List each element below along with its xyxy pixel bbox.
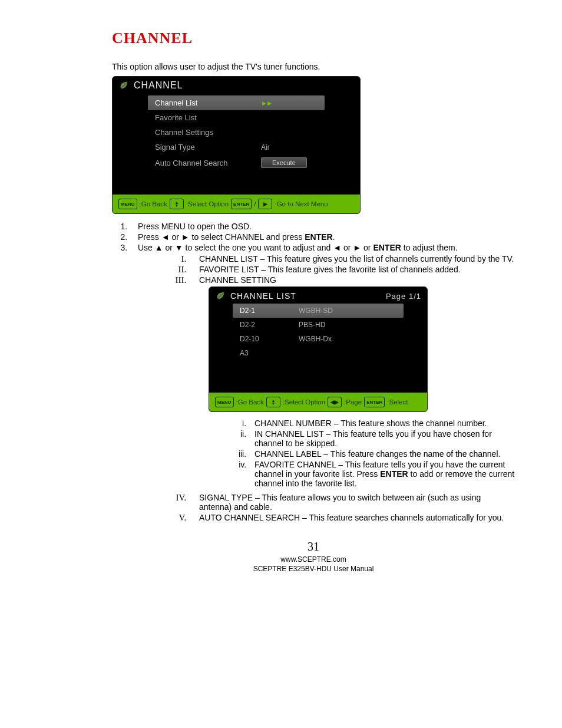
step-2: Press ◄ or ► to select CHANNEL and press… [130, 232, 515, 242]
osd-channel-list: CHANNEL LIST Page 1/1 D2-1 WGBH-SD D2-2 … [209, 286, 428, 412]
menu-label: Favorite List [155, 113, 261, 122]
lroman-3: CHANNEL LABEL – This feature changes the… [249, 449, 515, 459]
roman-sublist-cont: SIGNAL TYPE – This feature allows you to… [189, 492, 515, 523]
enter-key-icon: ENTER [364, 397, 385, 407]
osd-title: CHANNEL LIST [230, 291, 296, 301]
leaf-icon [215, 291, 226, 301]
step-text: . [333, 232, 335, 242]
menu-label: Channel Settings [155, 128, 261, 137]
osd-body: Channel List ►► Favorite List Channel Se… [113, 93, 360, 195]
menu-item-auto-channel-search[interactable]: Auto Channel Search Execute [148, 154, 360, 171]
channel-number: D2-1 [240, 307, 299, 315]
page-number: 31 [112, 539, 515, 555]
lroman-2: IN CHANNEL LIST – This feature tells you… [249, 429, 515, 449]
intro-text: This option allows user to adjust the TV… [112, 62, 515, 71]
osd-footer: MENU :Go Back ▲▼ :Select Option ENTER/▶ … [113, 195, 360, 213]
osd-header: CHANNEL [113, 77, 360, 93]
menu-label: Channel List [155, 98, 261, 107]
channel-row[interactable]: D2-2 PBS-HD [233, 318, 404, 332]
lower-roman-sublist: CHANNEL NUMBER – This feature shows the … [249, 418, 515, 489]
channel-row[interactable]: A3 [233, 346, 404, 360]
forward-arrows-icon: ►► [261, 100, 272, 107]
leftright-key-icon: ◀▶ [328, 397, 342, 407]
menu-label: Signal Type [155, 143, 261, 151]
hint-page: :Page [344, 398, 362, 406]
roman-sublist: CHANNEL LIST – This feature gives you th… [189, 253, 515, 285]
hint-go-back: :Go Back [140, 200, 167, 207]
osd-footer: MENU :Go Back ▲▼ :Select Option ◀▶ :Page… [209, 393, 427, 411]
instruction-steps: Press MENU to open the OSD. Press ◄ or ►… [130, 221, 515, 523]
footer-line-1: www.SCEPTRE.com [112, 555, 515, 564]
updown-key-icon: ▲▼ [266, 397, 280, 407]
page-title: CHANNEL [112, 29, 515, 47]
page-footer: 31 www.SCEPTRE.com SCEPTRE E325BV-HDU Us… [112, 539, 515, 574]
menu-value: Air [261, 143, 270, 151]
roman-1: CHANNEL LIST – This feature gives you th… [189, 253, 515, 264]
channel-number: D2-2 [240, 321, 299, 329]
enter-key-icon: ENTER [231, 199, 252, 209]
step-text: Use ▲ or ▼ to select the one you want to… [138, 243, 373, 252]
leaf-icon [118, 80, 129, 91]
hint-select-option: :Select Option [186, 200, 229, 207]
step-bold: ENTER [373, 243, 401, 252]
osd-title: CHANNEL [134, 80, 183, 91]
execute-button[interactable]: Execute [261, 157, 307, 168]
channel-row[interactable]: D2-1 WGBH-SD [233, 304, 404, 318]
hint-select: :Select [387, 398, 408, 406]
menu-item-favorite-list[interactable]: Favorite List [148, 110, 360, 125]
hint-go-back: :Go Back [236, 398, 264, 406]
osd-header: CHANNEL LIST Page 1/1 [209, 287, 427, 304]
roman-5: AUTO CHANNEL SEARCH – This feature searc… [189, 512, 515, 523]
footer-line-2: SCEPTRE E325BV-HDU User Manual [112, 564, 515, 574]
right-key-icon: ▶ [258, 199, 272, 209]
menu-item-channel-settings[interactable]: Channel Settings [148, 125, 360, 140]
channel-number: D2-10 [240, 335, 299, 343]
step-bold: ENTER [305, 232, 332, 242]
roman-2: FAVORITE LIST – This feature gives the f… [189, 264, 515, 275]
menu-key-icon: MENU [215, 397, 234, 407]
channel-name: PBS-HD [299, 321, 325, 329]
step-1: Press MENU to open the OSD. [130, 221, 515, 232]
roman-3: CHANNEL SETTING [189, 275, 515, 285]
osd-body: D2-1 WGBH-SD D2-2 PBS-HD D2-10 WGBH-Dx A… [209, 304, 427, 393]
menu-item-channel-list[interactable]: Channel List ►► [148, 95, 325, 110]
updown-key-icon: ▲▼ [170, 199, 184, 209]
step-bold: ENTER [380, 469, 408, 479]
channel-row[interactable]: D2-10 WGBH-Dx [233, 332, 404, 346]
osd-page-indicator: Page 1/1 [386, 292, 421, 301]
menu-key-icon: MENU [118, 199, 137, 209]
channel-name: WGBH-SD [299, 307, 333, 315]
step-3: Use ▲ or ▼ to select the one you want to… [130, 242, 515, 523]
hint-select-option: :Select Option [283, 398, 325, 406]
menu-label: Auto Channel Search [155, 159, 261, 167]
osd-channel-menu: CHANNEL Channel List ►► Favorite List Ch… [112, 76, 361, 214]
roman-4: SIGNAL TYPE – This feature allows you to… [189, 492, 515, 512]
step-text: to adjust them. [401, 243, 458, 252]
hint-next-menu: :Go to Next Menu [275, 200, 328, 207]
step-text: Press ◄ or ► to select CHANNEL and press [138, 232, 305, 242]
menu-item-signal-type[interactable]: Signal Type Air [148, 140, 360, 154]
lroman-1: CHANNEL NUMBER – This feature shows the … [249, 418, 515, 429]
channel-name: WGBH-Dx [299, 335, 332, 343]
lroman-4: FAVORITE CHANNEL – This feature tells yo… [249, 459, 515, 489]
channel-number: A3 [240, 349, 299, 357]
